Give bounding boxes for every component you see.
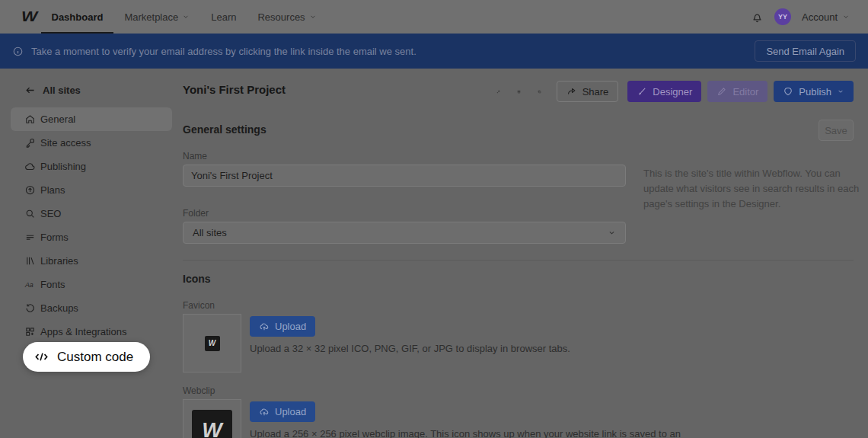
transfer-site-icon[interactable] [492, 85, 505, 98]
restore-icon [24, 302, 36, 314]
fonts-aa-icon: Aa [24, 279, 36, 290]
main-content: Yoni's First Project Share Designer Edit… [183, 69, 868, 438]
webclip-upload-button[interactable]: Upload [250, 401, 315, 422]
sidebar-item-label: SEO [40, 208, 61, 219]
pencil-icon [716, 86, 727, 97]
sidebar-item-publishing[interactable]: Publishing [11, 155, 172, 178]
folder-field-label: Folder [183, 208, 209, 219]
webflow-logo-icon[interactable]: W [21, 9, 36, 25]
back-to-all-sites[interactable]: All sites [0, 79, 183, 101]
sidebar-item-label: Libraries [40, 255, 78, 267]
nav-tab-label: Resources [257, 11, 305, 23]
folder-selected-value: All sites [193, 227, 227, 238]
webclip-image: W [192, 410, 232, 438]
sidebar-item-seo[interactable]: SEO [11, 202, 172, 225]
home-icon [24, 113, 36, 125]
sidebar-item-plans[interactable]: Plans [11, 178, 172, 202]
top-nav: W Dashboard Marketplace Learn Resources … [0, 0, 868, 34]
archive-icon[interactable] [512, 85, 525, 98]
site-name-input[interactable] [183, 165, 626, 187]
upload-label: Upload [275, 321, 306, 332]
favicon-upload-button[interactable]: Upload [250, 316, 315, 337]
open-editor-button[interactable]: Editor [707, 81, 767, 102]
favicon-description: Upload a 32 × 32 pixel ICO, PNG, GIF, or… [250, 343, 859, 354]
libraries-icon [24, 255, 36, 267]
general-settings-heading: General settings [183, 123, 266, 136]
nav-tab-label: Marketplace [124, 11, 178, 23]
info-icon [12, 46, 24, 57]
custom-code-label: Custom code [57, 350, 133, 365]
forms-lines-icon [24, 232, 36, 243]
code-icon [34, 350, 49, 364]
avatar[interactable]: YY [774, 8, 791, 25]
sidebar-item-forms[interactable]: Forms [11, 225, 172, 249]
sidebar-item-label: Site access [40, 137, 91, 149]
page-title: Yoni's First Project [183, 83, 286, 96]
publish-icon [783, 86, 793, 97]
favicon-label: Favicon [183, 300, 215, 311]
sidebar-item-libraries[interactable]: Libraries [11, 249, 172, 273]
icons-heading: Icons [183, 273, 211, 285]
nav-tab-label: Dashboard [52, 11, 104, 23]
designer-label: Designer [653, 86, 692, 98]
nav-tab-label: Learn [211, 11, 236, 23]
sidebar-item-label: Plans [40, 184, 65, 196]
duplicate-icon[interactable] [533, 85, 546, 98]
name-help-text: This is the site's title within Webflow.… [643, 166, 866, 212]
sidebar-item-label: General [40, 113, 75, 125]
verify-email-banner: Take a moment to verify your email addre… [0, 34, 868, 69]
upload-cloud-icon [259, 407, 270, 417]
account-menu[interactable]: Account [802, 11, 850, 23]
account-label: Account [802, 11, 838, 23]
chevron-down-icon [309, 13, 317, 21]
svg-text:Aa: Aa [24, 281, 34, 289]
sidebar-item-label: Backups [40, 302, 78, 314]
nav-tab-resources[interactable]: Resources [247, 0, 327, 34]
send-email-again-button[interactable]: Send Email Again [755, 40, 856, 62]
banner-message: Take a moment to verify your email addre… [31, 46, 416, 57]
back-label: All sites [43, 85, 81, 96]
editor-label: Editor [732, 86, 758, 98]
apps-grid-icon [24, 326, 36, 337]
sidebar-item-label: Publishing [40, 161, 86, 172]
nav-tab-learn[interactable]: Learn [200, 0, 247, 34]
sidebar-item-label: Fonts [40, 279, 65, 290]
upgrade-circle-icon [24, 184, 36, 196]
upload-label: Upload [275, 406, 306, 417]
nav-tab-marketplace[interactable]: Marketplace [113, 0, 200, 34]
search-icon [24, 208, 36, 219]
favicon-preview: W [183, 314, 241, 372]
share-button[interactable]: Share [557, 81, 619, 102]
share-label: Share [582, 86, 609, 98]
sidebar-item-fonts[interactable]: Aa Fonts [11, 273, 172, 296]
cloud-icon [24, 161, 36, 172]
chevron-down-icon [837, 88, 844, 95]
name-field-label: Name [183, 151, 207, 161]
open-designer-button[interactable]: Designer [627, 81, 701, 102]
key-icon [24, 137, 36, 149]
save-button[interactable]: Save [819, 120, 854, 141]
notifications-bell-icon[interactable] [751, 11, 764, 24]
webclip-preview: W [183, 399, 241, 438]
share-arrow-icon [566, 86, 577, 97]
chevron-down-icon [608, 229, 616, 237]
chevron-down-icon [842, 13, 850, 21]
arrow-left-icon [24, 85, 36, 96]
nav-tab-dashboard[interactable]: Dashboard [41, 0, 114, 34]
folder-select[interactable]: All sites [183, 222, 626, 244]
sidebar-item-site-access[interactable]: Site access [11, 131, 172, 155]
sidebar-item-label: Apps & Integrations [40, 326, 126, 337]
webclip-label: Webclip [183, 385, 215, 396]
sidebar-item-backups[interactable]: Backups [11, 296, 172, 320]
favicon-image: W [205, 336, 220, 351]
sidebar-item-label: Forms [40, 232, 69, 243]
paintbrush-icon [637, 86, 647, 97]
sidebar-item-custom-code-highlighted[interactable]: Custom code [23, 342, 150, 372]
section-divider [183, 260, 854, 261]
publish-button[interactable]: Publish [774, 81, 854, 102]
sidebar-item-apps-integrations[interactable]: Apps & Integrations [11, 320, 172, 344]
webclip-description: Upload a 256 × 256 pixel webclip image. … [250, 428, 859, 438]
sidebar-item-general[interactable]: General [11, 107, 172, 131]
chevron-down-icon [182, 13, 190, 21]
upload-cloud-icon [259, 321, 270, 332]
